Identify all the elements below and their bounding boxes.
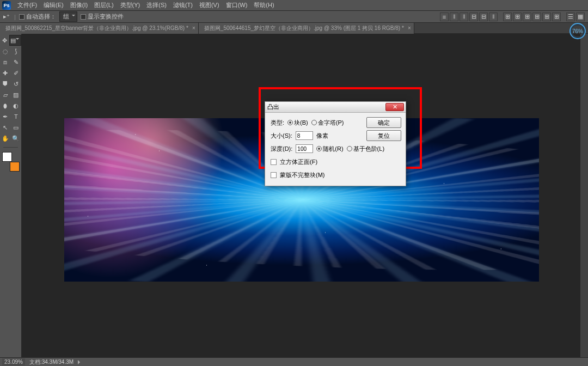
transform-checkbox[interactable]: 显示变换控件 bbox=[81, 13, 124, 21]
menu-filter[interactable]: 滤镜(T) bbox=[170, 1, 196, 9]
dist-icon[interactable]: ⊞ bbox=[513, 13, 522, 21]
mask-label: 蒙版不完整块(M) bbox=[280, 171, 325, 179]
marquee-tool[interactable]: ◌ bbox=[0, 46, 11, 57]
zoom-level[interactable]: 23.09% bbox=[2, 358, 25, 365]
stamp-tool[interactable]: ⛊ bbox=[0, 78, 11, 89]
menu-view[interactable]: 视图(V) bbox=[196, 1, 223, 9]
solid-front-label: 立方体正面(F) bbox=[280, 158, 317, 166]
align-icon[interactable]: ⫴ bbox=[489, 13, 498, 21]
extrude-dialog: 凸出 ✕ 类型: 块(B) 金字塔(P) 确定 大小(S): 像素 复位 深度(… bbox=[265, 101, 406, 186]
menu-select[interactable]: 选择(S) bbox=[143, 1, 170, 9]
align-icon[interactable]: ⫴ bbox=[460, 13, 468, 21]
menu-window[interactable]: 窗口(W) bbox=[223, 1, 251, 9]
shape-tool[interactable]: ▭ bbox=[11, 122, 22, 133]
menu-file[interactable]: 文件(F) bbox=[14, 1, 40, 9]
zoom-tool[interactable]: 🔍 bbox=[11, 133, 22, 144]
work-area bbox=[22, 34, 588, 357]
toolbox: ✥▤ ◌⟆ ⧈✎ ✚✐ ⛊↺ ▱▨ ⬮◐ ✒T ↖▭ ✋🔍 bbox=[0, 34, 22, 357]
foreground-color[interactable] bbox=[2, 152, 12, 162]
type-block-radio[interactable]: 块(B) bbox=[287, 119, 308, 127]
align-icon[interactable]: ⊟ bbox=[479, 13, 488, 21]
mode-icon[interactable]: ☰ bbox=[566, 13, 575, 21]
menu-type[interactable]: 类型(Y) bbox=[117, 1, 144, 9]
doc-tab-1[interactable]: 摄图网_500862215_星空banner背景（非企业商用）.jpg @ 23… bbox=[0, 23, 199, 34]
align-icon[interactable]: ⫴ bbox=[450, 13, 458, 21]
dist-icon[interactable]: ⊞ bbox=[532, 13, 541, 21]
size-label: 大小(S): bbox=[271, 132, 292, 140]
dist-icon[interactable]: ⊞ bbox=[552, 13, 561, 21]
pen-tool[interactable]: ✒ bbox=[0, 111, 11, 122]
doc-size-label: 文档:34.3M/34.3M bbox=[29, 358, 74, 366]
solid-front-checkbox[interactable] bbox=[271, 159, 277, 165]
tab-label: 摄图网_500862215_星空banner背景（非企业商用）.jpg @ 23… bbox=[5, 25, 188, 32]
background-color[interactable] bbox=[10, 162, 20, 172]
size-unit: 像素 bbox=[316, 132, 328, 140]
dialog-title: 凸出 bbox=[267, 103, 279, 111]
depth-input[interactable] bbox=[296, 144, 313, 153]
healing-tool[interactable]: ✚ bbox=[0, 68, 11, 78]
depth-random-radio[interactable]: 随机(R) bbox=[316, 145, 343, 153]
eyedropper-tool[interactable]: ✎ bbox=[11, 57, 22, 68]
ok-button[interactable]: 确定 bbox=[366, 117, 401, 128]
menu-image[interactable]: 图像(I) bbox=[67, 1, 91, 9]
dodge-tool[interactable]: ◐ bbox=[11, 100, 22, 111]
move-tool-icon: ▸⁺ bbox=[3, 13, 11, 21]
eraser-tool[interactable]: ▱ bbox=[0, 89, 11, 100]
move-tool[interactable]: ✥ bbox=[0, 35, 9, 46]
color-swatches[interactable] bbox=[0, 152, 21, 173]
path-tool[interactable]: ↖ bbox=[0, 122, 11, 133]
align-icon[interactable]: ⊟ bbox=[469, 13, 478, 21]
artboard-tool[interactable]: ▤ bbox=[9, 35, 21, 46]
size-input[interactable] bbox=[296, 131, 313, 140]
tab-label: 摄图网_500644615_梦幻星空（非企业商用）.jpg @ 33% (图层 … bbox=[204, 25, 404, 32]
transform-label: 显示变换控件 bbox=[88, 13, 124, 21]
brush-tool[interactable]: ✐ bbox=[11, 68, 22, 78]
close-button[interactable]: ✕ bbox=[385, 103, 404, 111]
ps-logo: Ps bbox=[2, 1, 11, 10]
status-menu-arrow[interactable] bbox=[78, 360, 82, 364]
reset-button[interactable]: 复位 bbox=[366, 130, 401, 141]
align-icons: ≡ ⫴ ⫴ ⊟ ⊟ ⫴ ⊞ ⊞ ⊞ ⊞ ⊞ ⊞ ☰ ▦ bbox=[440, 13, 585, 21]
close-icon[interactable]: × bbox=[192, 25, 195, 31]
gradient-tool[interactable]: ▨ bbox=[11, 89, 22, 100]
auto-select-dropdown[interactable]: 组 bbox=[59, 11, 77, 22]
doc-tab-2[interactable]: 摄图网_500644615_梦幻星空（非企业商用）.jpg @ 33% (图层 … bbox=[199, 23, 414, 34]
auto-select-label: 自动选择： bbox=[26, 13, 56, 21]
crop-tool[interactable]: ⧈ bbox=[0, 57, 11, 68]
vertical-scrollbar[interactable] bbox=[580, 34, 588, 357]
dist-icon[interactable]: ⊞ bbox=[523, 13, 531, 21]
dist-icon[interactable]: ⊞ bbox=[542, 13, 551, 21]
type-pyramid-radio[interactable]: 金字塔(P) bbox=[311, 119, 344, 127]
align-icon[interactable]: ≡ bbox=[440, 13, 449, 21]
menu-edit[interactable]: 编辑(E) bbox=[40, 1, 67, 9]
menu-layer[interactable]: 图层(L) bbox=[91, 1, 117, 9]
history-brush-tool[interactable]: ↺ bbox=[11, 78, 22, 89]
depth-level-radio[interactable]: 基于色阶(L) bbox=[347, 145, 384, 153]
dist-icon[interactable]: ⊞ bbox=[503, 13, 512, 21]
auto-select-checkbox[interactable]: 自动选择： bbox=[19, 13, 56, 21]
type-label: 类型: bbox=[271, 119, 284, 127]
lasso-tool[interactable]: ⟆ bbox=[11, 46, 22, 57]
mode-icon[interactable]: ▦ bbox=[576, 13, 585, 21]
save-progress-indicator: 76% bbox=[569, 23, 586, 39]
mask-checkbox[interactable] bbox=[271, 172, 277, 178]
close-icon[interactable]: × bbox=[408, 25, 411, 31]
blur-tool[interactable]: ⬮ bbox=[0, 100, 11, 111]
type-tool[interactable]: T bbox=[11, 111, 22, 122]
depth-label: 深度(D): bbox=[271, 145, 292, 153]
hand-tool[interactable]: ✋ bbox=[0, 133, 11, 144]
menu-help[interactable]: 帮助(H) bbox=[250, 1, 277, 9]
